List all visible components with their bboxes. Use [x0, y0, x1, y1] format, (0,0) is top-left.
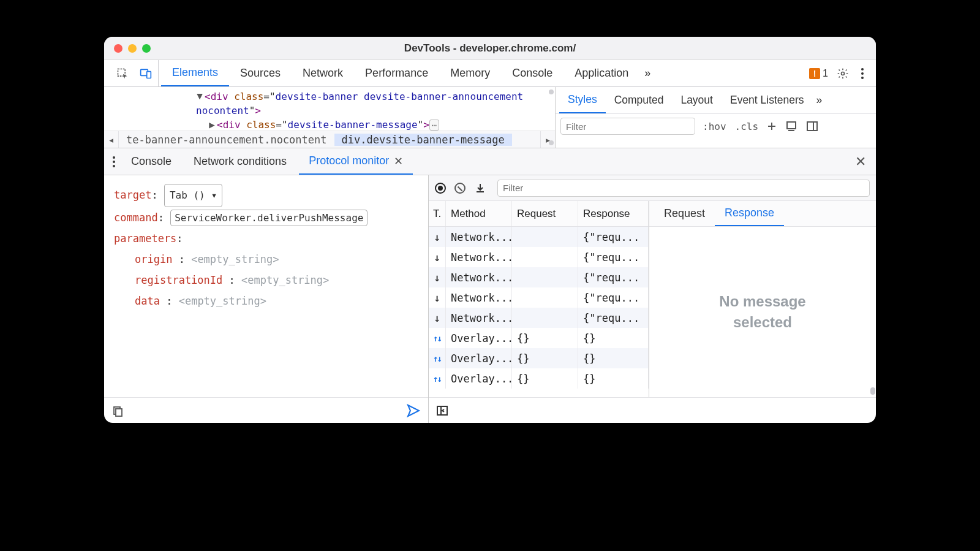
- drawer-tab-network-conditions[interactable]: Network conditions: [184, 148, 296, 175]
- table-row[interactable]: ↓Network...{"requ...: [429, 247, 649, 267]
- svg-rect-2: [147, 71, 151, 78]
- tab-console[interactable]: Console: [501, 60, 564, 86]
- elements-panel: ▼<div class="devsite-banner devsite-bann…: [104, 87, 876, 148]
- styles-filter-input[interactable]: [560, 118, 695, 135]
- command-label: command: [114, 211, 158, 224]
- send-command-icon[interactable]: [406, 403, 421, 418]
- col-type[interactable]: T.: [429, 201, 446, 226]
- cls-toggle[interactable]: .cls: [734, 121, 760, 132]
- dom-node-child[interactable]: ▶<div class="devsite-banner-message">⋯: [104, 119, 555, 131]
- styles-tab-styles[interactable]: Styles: [559, 87, 606, 113]
- table-row[interactable]: ↓Network...{"requ...: [429, 227, 649, 247]
- tab-memory[interactable]: Memory: [439, 60, 501, 86]
- param-value[interactable]: <empty_string>: [179, 295, 266, 307]
- svg-rect-5: [807, 122, 817, 131]
- panel-collapse-icon[interactable]: [436, 405, 448, 417]
- col-response[interactable]: Response: [578, 201, 649, 226]
- styles-tab-event-listeners[interactable]: Event Listeners: [722, 87, 813, 113]
- download-icon[interactable]: [474, 182, 486, 194]
- arrow-down-icon: ↓: [434, 272, 440, 284]
- more-menu-icon[interactable]: [858, 68, 867, 79]
- arrow-down-icon: ↓: [434, 292, 440, 304]
- table-row[interactable]: ↑↓Overlay....{}{}: [429, 348, 649, 368]
- detail-tab-response[interactable]: Response: [715, 201, 784, 226]
- main-tabs: Elements Sources Network Performance Mem…: [159, 60, 807, 86]
- issues-count: 1: [823, 68, 828, 79]
- table-row[interactable]: ↓Network...{"requ...: [429, 308, 649, 328]
- close-window-button[interactable]: [114, 44, 123, 53]
- toggle-sidebar-icon[interactable]: [805, 119, 820, 134]
- inspect-element-icon[interactable]: [115, 66, 130, 81]
- drawer-tab-console[interactable]: Console: [121, 148, 181, 175]
- table-row[interactable]: ↑↓Overlay....{}{}: [429, 328, 649, 348]
- copy-icon[interactable]: [111, 405, 124, 417]
- drawer-more-icon[interactable]: [109, 156, 119, 167]
- protocol-table: T. Method Request Response ↓Network...{"…: [429, 201, 649, 397]
- param-name: registrationId: [135, 274, 222, 286]
- tab-elements[interactable]: Elements: [161, 60, 229, 86]
- svg-point-3: [842, 72, 845, 75]
- tab-sources[interactable]: Sources: [229, 60, 292, 86]
- settings-icon[interactable]: [835, 66, 850, 81]
- table-row[interactable]: ↑↓Overlay....{}{}: [429, 368, 649, 389]
- log-filter-input[interactable]: [497, 180, 870, 197]
- minimize-window-button[interactable]: [128, 44, 137, 53]
- issues-badge[interactable]: ! 1: [809, 68, 828, 79]
- target-select[interactable]: Tab () ▾: [164, 184, 222, 207]
- protocol-command-editor: target: Tab () ▾ command: ServiceWorker.…: [104, 175, 429, 423]
- arrow-down-icon: ↓: [434, 312, 440, 324]
- main-toolbar: Elements Sources Network Performance Mem…: [104, 60, 876, 87]
- command-input[interactable]: ServiceWorker.deliverPushMessage: [170, 210, 368, 226]
- styles-sidebar: Styles Computed Layout Event Listeners »…: [555, 87, 876, 148]
- styles-tabs-overflow[interactable]: »: [813, 87, 826, 113]
- record-icon[interactable]: [435, 183, 446, 194]
- tab-performance[interactable]: Performance: [354, 60, 439, 86]
- arrows-updown-icon: ↑↓: [433, 354, 441, 363]
- table-row[interactable]: ↓Network...{"requ...: [429, 287, 649, 308]
- new-style-rule-icon[interactable]: [766, 119, 778, 134]
- devtools-window: DevTools - developer.chrome.com/ Element…: [104, 37, 876, 423]
- breadcrumbs: ◂ te-banner-announcement.nocontent div.d…: [104, 131, 555, 148]
- styles-tab-layout[interactable]: Layout: [672, 87, 722, 113]
- breadcrumb-prev-icon[interactable]: ◂: [104, 131, 119, 148]
- zoom-window-button[interactable]: [142, 44, 151, 53]
- dom-tree[interactable]: ▼<div class="devsite-banner devsite-bann…: [104, 87, 555, 148]
- arrows-updown-icon: ↑↓: [433, 333, 441, 343]
- dom-node[interactable]: ▼<div class="devsite-banner devsite-bann…: [104, 87, 555, 119]
- drawer-tab-protocol-monitor[interactable]: Protocol monitor ✕: [299, 148, 413, 175]
- table-scrollbar[interactable]: [870, 227, 876, 397]
- close-tab-icon[interactable]: ✕: [394, 154, 403, 168]
- detail-empty-message: No message selected: [649, 227, 876, 397]
- param-name: data: [135, 295, 160, 307]
- table-row[interactable]: ↓Network...{"requ...: [429, 267, 649, 287]
- window-title: DevTools - developer.chrome.com/: [404, 42, 576, 55]
- svg-rect-4: [787, 122, 796, 129]
- col-method[interactable]: Method: [446, 201, 512, 226]
- breadcrumb-item-selected[interactable]: div.devsite-banner-message: [334, 134, 512, 146]
- svg-rect-7: [116, 409, 122, 416]
- computed-styles-icon[interactable]: [784, 119, 799, 134]
- drawer-close-icon[interactable]: ✕: [850, 154, 871, 170]
- detail-tab-request[interactable]: Request: [654, 201, 715, 226]
- titlebar: DevTools - developer.chrome.com/: [104, 37, 876, 60]
- arrow-down-icon: ↓: [434, 231, 440, 243]
- param-value[interactable]: <empty_string>: [191, 253, 279, 265]
- dom-scrollbar[interactable]: [549, 89, 554, 145]
- clear-icon[interactable]: [454, 183, 466, 194]
- device-toolbar-icon[interactable]: [138, 66, 153, 81]
- chevron-down-icon: ▾: [211, 186, 217, 205]
- parameters-label: parameters: [114, 232, 176, 245]
- protocol-detail: Request Response No message selected: [649, 201, 876, 397]
- col-request[interactable]: Request: [512, 201, 578, 226]
- arrows-updown-icon: ↑↓: [433, 374, 441, 384]
- protocol-log: T. Method Request Response ↓Network...{"…: [429, 175, 876, 423]
- hov-toggle[interactable]: :hov: [701, 121, 728, 132]
- param-name: origin: [135, 253, 172, 265]
- tab-application[interactable]: Application: [564, 60, 639, 86]
- param-value[interactable]: <empty_string>: [241, 274, 329, 286]
- tab-network[interactable]: Network: [292, 60, 354, 86]
- drawer: Console Network conditions Protocol moni…: [104, 148, 876, 423]
- tabs-overflow-button[interactable]: »: [639, 60, 655, 86]
- breadcrumb-item[interactable]: te-banner-announcement.nocontent: [119, 134, 334, 146]
- styles-tab-computed[interactable]: Computed: [606, 87, 673, 113]
